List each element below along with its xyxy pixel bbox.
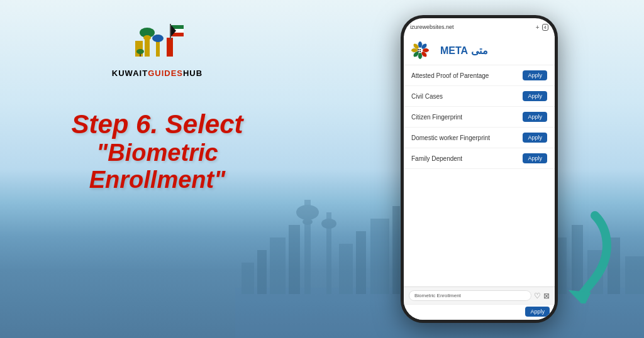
meta-logo-text: متى META bbox=[440, 45, 488, 57]
service-name: Civil Cases bbox=[411, 93, 443, 100]
service-name: Domestic worker Fingerprint bbox=[411, 134, 490, 141]
biometric-search-box[interactable]: Biometric Enrollment bbox=[409, 290, 531, 301]
right-panel: izurewebsites.net + 4 bbox=[314, 0, 644, 338]
page-wrapper: KUWAITGUIDESHUB Step 6. Select "Biometri… bbox=[0, 0, 644, 338]
apply-button-4[interactable]: Apply bbox=[523, 153, 547, 163]
svg-point-44 bbox=[423, 48, 429, 52]
browser-top-bar: izurewebsites.net + 4 bbox=[404, 18, 555, 36]
list-item: Domestic worker Fingerprint Apply bbox=[404, 128, 555, 148]
list-item: Citizen Fingerprint Apply bbox=[404, 107, 555, 128]
svg-rect-51 bbox=[418, 49, 419, 50]
svg-rect-52 bbox=[419, 49, 421, 50]
svg-point-42 bbox=[418, 41, 422, 48]
meta-logo-bar: متى META bbox=[404, 36, 555, 65]
svg-rect-54 bbox=[419, 51, 421, 52]
new-tab-icon[interactable]: + bbox=[536, 24, 540, 31]
brand-hub: HUB bbox=[183, 68, 203, 78]
brand-text: KUWAITGUIDESHUB bbox=[112, 68, 203, 78]
svg-rect-32 bbox=[135, 41, 143, 57]
apply-button-3[interactable]: Apply bbox=[523, 133, 547, 143]
svg-point-35 bbox=[136, 49, 144, 54]
list-item: Family Dependent Apply bbox=[404, 148, 555, 169]
service-name: Citizen Fingerprint bbox=[411, 114, 462, 121]
left-panel: KUWAITGUIDESHUB Step 6. Select "Biometri… bbox=[0, 0, 314, 338]
svg-point-29 bbox=[143, 35, 151, 40]
brand-kuwait: KUWAIT bbox=[112, 68, 148, 78]
brand-guides: GUIDES bbox=[148, 68, 183, 78]
svg-point-46 bbox=[418, 53, 422, 59]
list-item: Civil Cases Apply bbox=[404, 86, 555, 107]
svg-rect-33 bbox=[167, 38, 173, 57]
apply-button-0[interactable]: Apply bbox=[523, 70, 547, 80]
step-instruction: Step 6. Select "Biometric Enrollment" bbox=[71, 109, 243, 194]
service-name: Family Dependent bbox=[411, 155, 462, 162]
apply-button-5[interactable]: Apply bbox=[525, 307, 550, 317]
svg-rect-40 bbox=[170, 24, 171, 40]
kuwait-towers-logo bbox=[126, 19, 189, 66]
apply-button-1[interactable]: Apply bbox=[523, 91, 547, 101]
url-bar: izurewebsites.net + 4 bbox=[410, 24, 548, 31]
step-line-2: "Biometric bbox=[71, 139, 243, 166]
list-item: Attested Proof of Parentage Apply bbox=[404, 65, 555, 86]
svg-point-48 bbox=[411, 48, 418, 52]
url-text: izurewebsites.net bbox=[410, 24, 454, 30]
tab-count-icon[interactable]: 4 bbox=[542, 24, 548, 31]
teal-arrow bbox=[532, 203, 614, 303]
step-line-3: Enrollment" bbox=[71, 166, 243, 194]
meta-logo-icon bbox=[411, 41, 436, 60]
step-line-1: Step 6. Select bbox=[71, 109, 243, 139]
service-name: Attested Proof of Parentage bbox=[411, 72, 489, 79]
svg-point-31 bbox=[152, 35, 164, 42]
browser-icons: + 4 bbox=[536, 24, 548, 31]
logo-area: KUWAITGUIDESHUB bbox=[112, 19, 203, 78]
biometric-apply-row: Apply bbox=[404, 304, 555, 320]
apply-button-2[interactable]: Apply bbox=[523, 112, 547, 122]
svg-rect-53 bbox=[418, 51, 419, 52]
